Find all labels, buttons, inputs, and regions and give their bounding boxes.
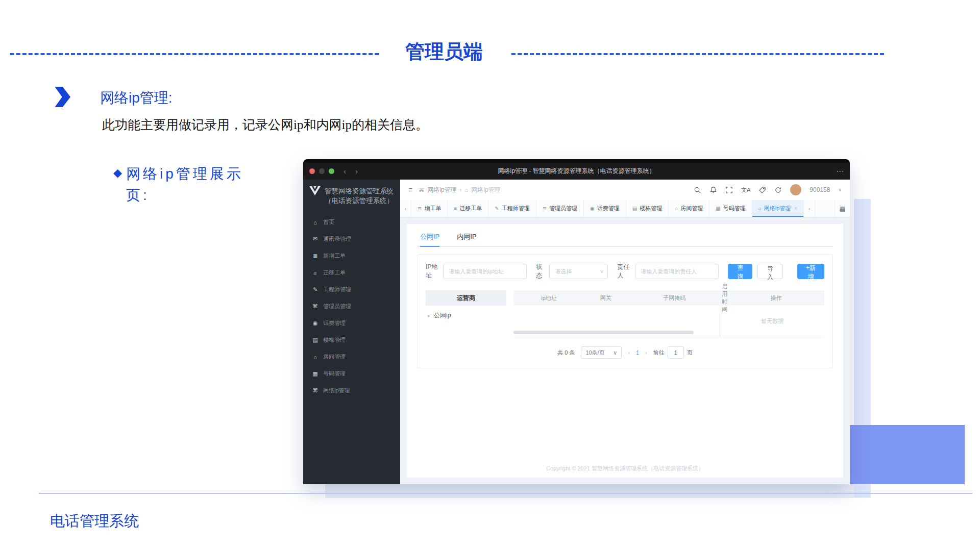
home-icon: ⌂ <box>465 187 469 193</box>
col-gateway: 网关 <box>584 290 627 306</box>
content-area: 公网IP 内网IP IP地址 状态 请选择 ∨ <box>400 217 850 484</box>
calendar-icon: ▦ <box>312 370 318 377</box>
sidebar-item-room[interactable]: ⌂房间管理 <box>303 348 400 365</box>
table-region: 运营商 ▸ 公网ip ip地址 网关 <box>426 290 824 337</box>
header-actions: 文A 900158 ∨ <box>694 184 842 195</box>
bell-icon[interactable] <box>709 186 717 194</box>
sidebar-logo-text: 智慧网络资源管理系统 （电话资源管理系统） <box>325 186 394 206</box>
room-icon: ⌂ <box>312 354 318 360</box>
browser-tab-strip <box>303 159 850 163</box>
tabs-prev-arrow[interactable]: ‹ <box>400 200 411 217</box>
bottom-divider-line <box>39 493 972 494</box>
ip-address-input[interactable] <box>443 264 527 279</box>
content-panel: 公网IP 内网IP IP地址 状态 请选择 ∨ <box>407 224 843 478</box>
search-icon[interactable] <box>694 186 701 194</box>
page-title: 管理员端 <box>388 39 500 65</box>
slide-footer-title: 电话管理系统 <box>50 511 139 532</box>
chevron-down-icon: ∨ <box>613 349 617 356</box>
building-icon: ▤ <box>312 337 318 343</box>
tab-number[interactable]: ▦号码管理 <box>709 200 752 217</box>
copyright-text: Copyright © 2021 智慧网络资源管理系统（电话资源管理系统） <box>407 465 843 472</box>
username[interactable]: 900158 <box>810 186 830 193</box>
mail-icon: ✉ <box>312 236 318 242</box>
sidebar-item-new-order[interactable]: ≣新增工单 <box>303 247 400 264</box>
fullscreen-icon[interactable] <box>725 186 733 194</box>
sidebar-item-network-ip[interactable]: ⌘网络ip管理 <box>303 382 400 399</box>
tag-icon[interactable] <box>758 186 766 194</box>
sidebar-item-bill[interactable]: ◉话费管理 <box>303 315 400 332</box>
prev-page-button[interactable]: ‹ <box>628 349 630 356</box>
app-header: ≡ ⌘ 网络ip管理 › ⌂ 网络ip管理 <box>400 180 850 200</box>
window-titlebar: ‹ › 网络ip管理 - 智慧网络资源管理系统（电话资源管理系统） ⋯ <box>303 163 850 180</box>
tabs-menu-grid-icon[interactable]: ▦ <box>835 200 850 217</box>
sidebar: 智慧网络资源管理系统 （电话资源管理系统） ⌂首页 ✉通讯录管理 ≣新增工单 ≡… <box>303 180 400 484</box>
zoom-window-button[interactable] <box>329 168 334 174</box>
tab-network-ip[interactable]: ⌂网络ip管理× <box>752 200 804 217</box>
coin-icon: ◉ <box>312 320 318 327</box>
operator-tree-header: 运营商 <box>426 290 506 306</box>
import-button[interactable]: 导入 <box>757 264 783 279</box>
horizontal-scrollbar[interactable] <box>513 331 694 334</box>
goto-page: 前往 页 <box>653 346 693 359</box>
translate-icon[interactable]: 文A <box>741 186 750 194</box>
breadcrumb: ⌘ 网络ip管理 › ⌂ 网络ip管理 <box>419 186 500 194</box>
page-size-select[interactable]: 10条/页 ∨ <box>581 346 622 359</box>
sidebar-nav: ⌂首页 ✉通讯录管理 ≣新增工单 ≡迁移工单 ✎工程师管理 ⌘管理员管理 ◉话费… <box>303 214 400 399</box>
owner-input[interactable] <box>635 264 719 279</box>
pagination-total: 共 0 条 <box>557 349 575 357</box>
current-page[interactable]: 1 <box>636 349 639 356</box>
list-icon: ≡ <box>312 270 318 276</box>
traffic-lights <box>309 168 334 174</box>
tab-engineer[interactable]: ✎工程师管理 <box>488 200 536 217</box>
tab-room[interactable]: ⌂房间管理 <box>669 200 709 217</box>
close-tab-icon[interactable]: × <box>794 206 797 211</box>
col-enable-time: 启用时间 <box>722 290 727 306</box>
close-window-button[interactable] <box>309 168 315 174</box>
collapse-sidebar-icon[interactable]: ≡ <box>408 186 412 194</box>
minimize-window-button[interactable] <box>319 168 325 174</box>
user-caret-icon: ∨ <box>838 187 842 192</box>
ip-type-tabs: 公网IP 内网IP <box>417 232 833 247</box>
sidebar-item-admin[interactable]: ⌘管理员管理 <box>303 298 400 315</box>
app-window: ‹ › 网络ip管理 - 智慧网络资源管理系统（电话资源管理系统） ⋯ <box>303 159 850 484</box>
back-button[interactable]: ‹ <box>344 167 346 176</box>
refresh-icon[interactable] <box>774 186 782 194</box>
list-icon: ≡ <box>454 206 457 211</box>
presentation-slide: 管理员端 网络ip管理: 此功能主要用做记录用，记录公网ip和内网ip的相关信息… <box>0 0 980 551</box>
sidebar-item-contacts[interactable]: ✉通讯录管理 <box>303 231 400 247</box>
tab-migrate-order[interactable]: ≡迁移工单 <box>448 200 488 217</box>
user-avatar[interactable] <box>790 184 801 195</box>
tab-admin[interactable]: ≣管理员管理 <box>536 200 584 217</box>
table-header-row: ip地址 网关 子网掩码 启用时间 操作 <box>513 290 824 306</box>
diamond-bullet-icon: ◆ <box>113 166 122 206</box>
tab-private-ip[interactable]: 内网IP <box>457 232 476 246</box>
home-icon: ⌂ <box>312 219 318 226</box>
forward-button[interactable]: › <box>355 167 358 176</box>
tree-node-public-ip[interactable]: ▸ 公网ip <box>426 306 506 325</box>
grid-icon: ▦ <box>716 206 720 211</box>
sidebar-item-migrate-order[interactable]: ≡迁移工单 <box>303 264 400 281</box>
operator-tree: 运营商 ▸ 公网ip <box>426 290 506 337</box>
tabs-next-arrow[interactable]: › <box>804 200 815 217</box>
sidebar-item-number[interactable]: ▦号码管理 <box>303 365 400 382</box>
window-body: 智慧网络资源管理系统 （电话资源管理系统） ⌂首页 ✉通讯录管理 ≣新增工单 ≡… <box>303 180 850 484</box>
chevron-bullet-icon <box>53 87 70 107</box>
tab-building[interactable]: ▤楼栋管理 <box>626 200 669 217</box>
command-icon: ⌘ <box>312 387 318 394</box>
status-select[interactable]: 请选择 ∨ <box>549 264 608 279</box>
sidebar-item-engineer[interactable]: ✎工程师管理 <box>303 281 400 298</box>
tab-bill[interactable]: ◉话费管理 <box>584 200 626 217</box>
section-heading: 网络ip管理: <box>100 88 173 108</box>
tab-public-ip[interactable]: 公网IP <box>420 232 439 247</box>
next-page-button[interactable]: › <box>645 349 647 356</box>
add-button[interactable]: +新增 <box>797 264 824 279</box>
tab-new-order[interactable]: ≣增工单 <box>411 200 448 217</box>
more-menu-button[interactable]: ⋯ <box>836 167 844 176</box>
pagination: 共 0 条 10条/页 ∨ ‹ 1 › 前往 <box>426 346 824 359</box>
search-button[interactable]: 查询 <box>728 264 752 279</box>
sidebar-item-building[interactable]: ▤楼栋管理 <box>303 332 400 348</box>
goto-page-input[interactable] <box>668 346 684 359</box>
window-title: 网络ip管理 - 智慧网络资源管理系统（电话资源管理系统） <box>303 167 850 176</box>
empty-state-text: 暂无数据 <box>720 306 824 337</box>
sidebar-item-home[interactable]: ⌂首页 <box>303 214 400 231</box>
